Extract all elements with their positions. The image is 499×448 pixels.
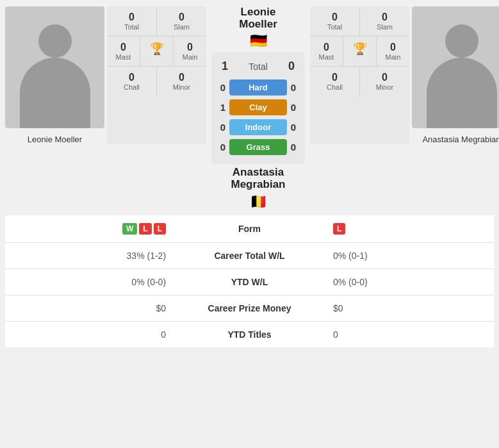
player2-form-cell: L <box>323 215 494 243</box>
player1-main-label: Main <box>176 53 204 61</box>
player2-main-cell: 0 Main <box>377 37 409 66</box>
player1-slam-label: Slam <box>160 23 204 31</box>
left-player-column: Leonie Moeller 0 Total 0 Slam 0 <box>5 6 206 144</box>
player1-ytd-wl-cell: 0% (0-0) <box>5 269 176 295</box>
player2-total-label: Total <box>313 23 357 31</box>
player2-career-wl-cell: 0% (0-1) <box>323 242 494 269</box>
grass-button[interactable]: Grass <box>229 139 287 155</box>
player2-mast-value: 0 <box>313 42 340 53</box>
player1-career-wl-cell: 33% (1-2) <box>5 242 176 269</box>
total-label: Total <box>249 62 268 72</box>
grass-score-left: 0 <box>217 142 229 153</box>
player1-total-value: 0 <box>110 12 154 23</box>
hard-score-left: 0 <box>217 82 229 93</box>
player2-chall-cell: 0 Chall <box>310 67 360 96</box>
player1-badge-l-1: L <box>139 223 151 235</box>
center-column: Leonie Moeller 🇩🇪 1 Total 0 0 Hard 0 <box>211 6 305 210</box>
player2-chall-value: 0 <box>313 72 357 83</box>
player1-slam-cell: 0 Slam <box>157 6 206 36</box>
player2-chall-label: Chall <box>313 83 357 91</box>
player1-badge-w: W <box>122 223 137 235</box>
player2-total-value: 0 <box>313 12 357 23</box>
indoor-score-left: 0 <box>217 122 229 133</box>
player1-form-badges: W L L <box>15 223 166 235</box>
player2-stats-grid: 0 Total 0 Slam 0 Mast 🏆 <box>310 6 409 144</box>
form-label: Form <box>238 224 261 234</box>
ytd-titles-label: YTD Titles <box>227 329 271 340</box>
player2-career-wl: 0% (0-1) <box>333 251 368 261</box>
ytd-wl-label: YTD W/L <box>231 277 268 287</box>
hard-score-right: 0 <box>287 82 300 93</box>
player2-total-cell: 0 Total <box>310 6 360 36</box>
prize-label: Career Prize Money <box>208 303 291 313</box>
player2-slam-value: 0 <box>363 12 407 23</box>
player1-name-label: Leonie Moeller <box>28 135 82 144</box>
player1-minor-label: Minor <box>160 83 204 91</box>
indoor-button[interactable]: Indoor <box>229 119 287 135</box>
player2-name-label: Anastasia Megrabian <box>422 135 499 144</box>
player1-ytd-titles: 0 <box>161 329 166 340</box>
player1-header: Leonie Moeller 🇩🇪 <box>239 6 277 49</box>
player1-chall-value: 0 <box>110 72 154 83</box>
player2-main-label: Main <box>379 53 407 61</box>
courts-container: 1 Total 0 0 Hard 0 1 Clay 0 <box>211 52 305 164</box>
player1-badge-l-2: L <box>154 223 166 235</box>
player1-stats-grid: 0 Total 0 Slam 0 Mast 🏆 <box>107 6 206 144</box>
player1-trophy-cell: 🏆 <box>140 37 174 66</box>
player2-mast-label: Mast <box>313 53 340 61</box>
player1-career-wl: 33% (1-2) <box>127 251 166 261</box>
player2-ytd-titles: 0 <box>333 329 338 340</box>
career-wl-label-cell: Career Total W/L <box>176 242 323 269</box>
player1-main-value: 0 <box>176 42 204 53</box>
player2-ytd-wl-cell: 0% (0-0) <box>323 269 494 295</box>
career-wl-row: 33% (1-2) Career Total W/L 0% (0-1) <box>5 242 494 269</box>
player2-form-badges: L <box>333 223 484 235</box>
right-player-column: 0 Total 0 Slam 0 Mast 🏆 <box>310 6 499 144</box>
stats-table-section: W L L Form L 33% (1-2) <box>0 215 499 354</box>
stats-table: W L L Form L 33% (1-2) <box>5 215 494 347</box>
grass-score-right: 0 <box>287 142 300 153</box>
main-container: Leonie Moeller 0 Total 0 Slam 0 <box>0 0 499 354</box>
prize-row: $0 Career Prize Money $0 <box>5 295 494 321</box>
player1-chall-label: Chall <box>110 83 154 91</box>
player2-prize-cell: $0 <box>323 295 494 321</box>
player2-main-value: 0 <box>379 42 407 53</box>
player2-trophy-icon: 🏆 <box>353 42 367 55</box>
player1-minor-cell: 0 Minor <box>157 67 206 96</box>
hard-button[interactable]: Hard <box>229 79 287 95</box>
player2-minor-cell: 0 Minor <box>360 67 409 96</box>
player2-ytd-wl: 0% (0-0) <box>333 277 368 287</box>
total-score-right: 0 <box>288 60 295 73</box>
player1-ytd-titles-cell: 0 <box>5 321 176 347</box>
prize-label-cell: Career Prize Money <box>176 295 323 321</box>
player2-header: Anastasia Megrabian 🇧🇪 <box>231 167 285 210</box>
ytd-titles-row: 0 YTD Titles 0 <box>5 321 494 347</box>
player1-total-cell: 0 Total <box>107 6 157 36</box>
player2-trophy-cell: 🏆 <box>343 37 377 66</box>
player2-name: Anastasia Megrabian <box>231 167 285 190</box>
player1-minor-value: 0 <box>160 72 204 83</box>
form-label-cell: Form <box>176 215 323 243</box>
court-row-hard: 0 Hard 0 <box>217 79 300 95</box>
player2-prize: $0 <box>333 303 343 313</box>
player1-mast-label: Mast <box>110 53 137 61</box>
ytd-titles-label-cell: YTD Titles <box>176 321 323 347</box>
player2-badge-l: L <box>333 223 345 235</box>
player1-prize-cell: $0 <box>5 295 176 321</box>
player2-mast-cell: 0 Mast <box>310 37 343 66</box>
clay-score-left: 1 <box>217 102 229 113</box>
player2-minor-value: 0 <box>363 72 407 83</box>
player1-chall-cell: 0 Chall <box>107 67 157 96</box>
player1-mast-cell: 0 Mast <box>107 37 140 66</box>
player1-trophy-icon: 🏆 <box>150 42 164 55</box>
ytd-wl-row: 0% (0-0) YTD W/L 0% (0-0) <box>5 269 494 295</box>
player1-prize: $0 <box>156 303 166 313</box>
player2-flag: 🇧🇪 <box>231 194 285 210</box>
player1-main-cell: 0 Main <box>174 37 206 66</box>
form-row: W L L Form L <box>5 215 494 243</box>
total-score-left: 1 <box>222 60 228 73</box>
player2-minor-label: Minor <box>363 83 407 91</box>
clay-button[interactable]: Clay <box>229 99 287 115</box>
total-row: 1 Total 0 <box>217 57 300 76</box>
player1-flag: 🇩🇪 <box>239 33 277 49</box>
